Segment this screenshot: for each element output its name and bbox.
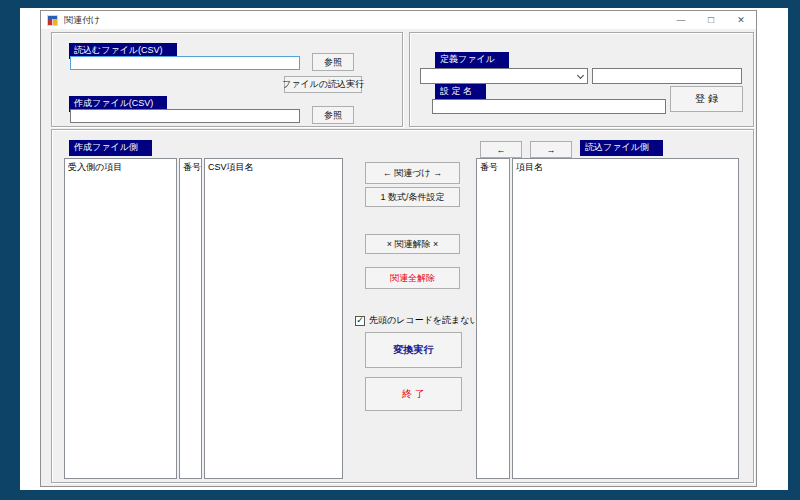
accept-items-listbox[interactable]: 受入側の項目 [64, 158, 177, 479]
minimize-button[interactable]: — [666, 11, 696, 29]
file-read-group: 読込むファイル(CSV) 参照 ファイルの読込実行 作成ファイル(CSV) 参照 [51, 32, 403, 127]
exit-button[interactable]: 終 了 [365, 377, 462, 411]
left-number-column-header: 番号 [180, 159, 201, 176]
move-left-arrow-button[interactable]: ← [480, 141, 522, 158]
csv-item-name-column-header: CSV項目名 [205, 159, 342, 176]
definition-group: 定義ファイル 設 定 名 登 録 [409, 32, 754, 127]
window-title: 関連付け [64, 14, 100, 27]
csv-item-name-listbox[interactable]: CSV項目名 [204, 158, 343, 479]
desktop-background: 関連付け — □ ✕ 読込むファイル(CSV) 参照 ファイルの読込実行 作成フ… [0, 0, 800, 500]
definition-file-input[interactable] [592, 68, 742, 84]
close-button[interactable]: ✕ [726, 11, 756, 29]
setting-name-input[interactable] [432, 99, 666, 114]
maximize-button[interactable]: □ [696, 11, 726, 29]
register-button[interactable]: 登 録 [670, 86, 743, 112]
app-icon [47, 15, 58, 26]
title-bar: 関連付け — □ ✕ [41, 11, 756, 29]
read-file-input[interactable] [70, 56, 300, 70]
load-file-button[interactable]: ファイルの読込実行 [284, 76, 362, 93]
app-window: 関連付け — □ ✕ 読込むファイル(CSV) 参照 ファイルの読込実行 作成フ… [40, 10, 757, 487]
dissociate-button[interactable]: × 関連解除 × [365, 234, 460, 254]
move-right-arrow-button[interactable]: → [530, 141, 572, 158]
browse-create-file-button[interactable]: 参照 [312, 106, 354, 124]
checkbox-mark: ✓ [356, 316, 364, 325]
formula-condition-button[interactable]: 1 数式/条件設定 [365, 187, 460, 207]
create-file-side-label: 作成ファイル側 [69, 140, 152, 156]
convert-execute-button[interactable]: 変換実行 [365, 332, 462, 368]
skip-first-record-label: 先頭のレコードを読まない [369, 314, 479, 327]
browse-read-file-button[interactable]: 参照 [312, 53, 354, 71]
associate-button[interactable]: ← 関連づけ → [365, 162, 460, 184]
right-number-column-header: 番号 [477, 159, 509, 176]
definition-file-combobox[interactable] [420, 68, 588, 84]
checkbox-check-icon: ✓ [355, 316, 365, 326]
read-file-side-label: 読込ファイル側 [580, 140, 663, 156]
skip-first-record-checkbox[interactable]: ✓ 先頭のレコードを読まない [355, 314, 479, 327]
item-name-listbox[interactable]: 項目名 [512, 158, 739, 479]
definition-file-label: 定義ファイル [435, 52, 509, 68]
item-name-column-header: 項目名 [513, 159, 738, 176]
left-number-listbox[interactable]: 番号 [179, 158, 202, 479]
mapping-group: 作成ファイル側 受入側の項目 番号 CSV項目名 ← 関連づけ → 1 数式/条… [51, 129, 754, 483]
dissociate-all-button[interactable]: 関連全解除 [365, 267, 460, 289]
accept-items-column-header: 受入側の項目 [65, 159, 176, 176]
setting-name-label: 設 定 名 [435, 84, 486, 100]
create-file-input[interactable] [70, 109, 300, 123]
window-controls: — □ ✕ [666, 11, 756, 29]
right-number-listbox[interactable]: 番号 [476, 158, 510, 479]
chevron-down-icon[interactable] [573, 69, 587, 83]
